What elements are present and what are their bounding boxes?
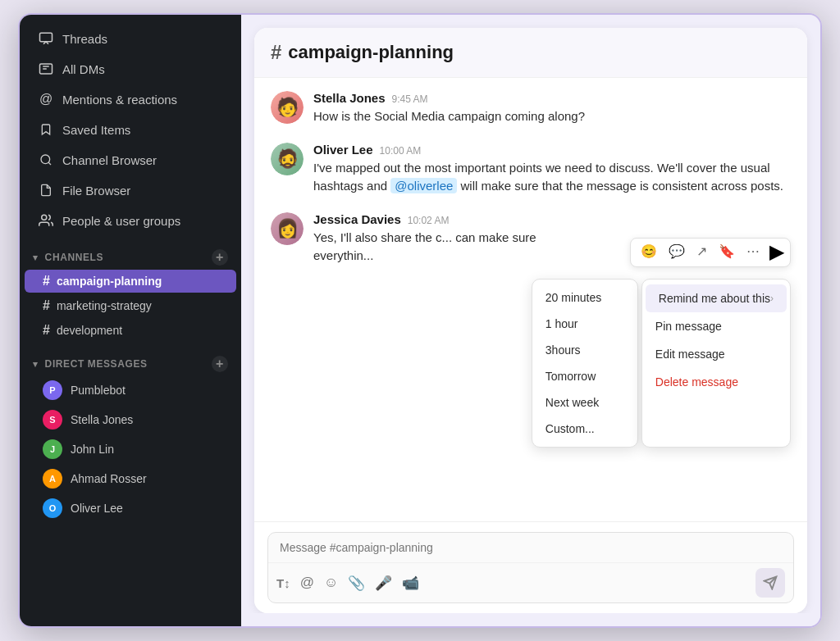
pumblebot-avatar: P	[43, 380, 62, 400]
dm-item-john[interactable]: J John Lin	[25, 435, 236, 463]
time-option-custom[interactable]: Custom...	[532, 416, 637, 442]
jessica-msg-body: Jessica Davies 10:02 AM Yes, I'll also s…	[313, 212, 573, 266]
time-dropdown: 20 minutes 1 hour 3hours Tomorrow Next w…	[532, 279, 638, 448]
attach-icon[interactable]: 📎	[348, 575, 365, 592]
mention-tool-icon[interactable]: @	[300, 575, 314, 591]
dm-ahmad-label: Ahmad Rosser	[71, 472, 147, 485]
delete-message-label: Delete message	[655, 375, 738, 389]
channel-item-development[interactable]: # development	[25, 319, 236, 342]
hash-icon: #	[43, 274, 50, 289]
app-container: Threads All DMs @ Mentions & reactions S…	[18, 13, 822, 628]
dm-item-stella[interactable]: S Stella Jones	[25, 406, 236, 434]
channels-chevron[interactable]: ▾	[33, 252, 39, 263]
text-format-icon[interactable]: T↕	[276, 576, 290, 590]
jessica-msg-avatar: 👩	[271, 212, 304, 245]
message-input[interactable]	[268, 533, 793, 562]
messages-area[interactable]: 🧑 Stella Jones 9:45 AM How is the Social…	[254, 78, 807, 521]
oliver-msg-text: I've mapped out the most important point…	[313, 159, 791, 196]
dm-john-label: John Lin	[71, 443, 114, 456]
main-content: # campaign-planning 🧑 Stella Jones 9:45 …	[241, 15, 820, 626]
channels-header-label: CHANNELS	[45, 252, 103, 263]
chat-area: # campaign-planning 🧑 Stella Jones 9:45 …	[254, 28, 807, 613]
emoji-tool-icon[interactable]: ☺	[324, 575, 338, 591]
oliver-msg-body: Oliver Lee 10:00 AM I've mapped out the …	[313, 143, 791, 196]
mentions-label: Mentions & reactions	[62, 93, 177, 107]
file-browser-icon	[38, 182, 54, 198]
channel-item-campaign-planning[interactable]: # campaign-planning	[25, 270, 236, 293]
channel-name-campaign: campaign-planning	[57, 275, 162, 288]
remind-chevron-icon: ›	[770, 293, 774, 304]
reply-icon[interactable]: 💬	[665, 242, 688, 263]
time-option-1hour[interactable]: 1 hour	[532, 311, 637, 337]
channel-name-development: development	[57, 324, 122, 337]
stella-msg-body: Stella Jones 9:45 AM How is the Social M…	[313, 91, 585, 126]
video-icon[interactable]: 📹	[402, 575, 419, 592]
channel-name-marketing: marketing-strategy	[57, 299, 152, 312]
oliver-msg-time: 10:00 AM	[380, 145, 422, 157]
channel-browser-label: Channel Browser	[62, 153, 157, 167]
bottom-padding	[241, 613, 820, 626]
people-label: People & user groups	[62, 214, 180, 228]
all-dms-icon	[38, 61, 54, 77]
edit-message-label: Edit message	[655, 348, 725, 361]
message-oliver: 🧔 Oliver Lee 10:00 AM I've mapped out th…	[271, 143, 791, 196]
add-dm-button[interactable]: +	[212, 356, 228, 372]
oliver-msg-name: Oliver Lee	[313, 143, 373, 157]
input-tools: T↕ @ ☺ 📎 🎤 📹	[276, 575, 419, 592]
channel-name-heading: campaign-planning	[288, 42, 454, 63]
sidebar-item-threads[interactable]: Threads	[25, 24, 236, 53]
add-channel-button[interactable]: +	[212, 249, 228, 266]
threads-label: Threads	[62, 32, 107, 46]
delete-message-option[interactable]: Delete message	[642, 368, 790, 396]
emoji-reaction-icon[interactable]: 😊	[637, 242, 660, 263]
cursor-indicator: ▶	[769, 242, 783, 263]
dm-chevron[interactable]: ▾	[33, 359, 39, 370]
sidebar-item-all-dms[interactable]: All DMs	[25, 54, 236, 84]
share-icon[interactable]: ↗	[693, 242, 710, 263]
saved-label: Saved Items	[62, 123, 130, 137]
svg-point-3	[42, 215, 47, 220]
dm-item-oliver[interactable]: O Oliver Lee	[25, 494, 236, 522]
channel-header: # campaign-planning	[254, 28, 807, 78]
jessica-msg-text: Yes, I'll also share the c... can make s…	[313, 229, 573, 266]
stella-msg-time: 9:45 AM	[392, 93, 428, 105]
jessica-msg-time: 10:02 AM	[408, 215, 450, 226]
dropdown-container: 20 minutes 1 hour 3hours Tomorrow Next w…	[532, 279, 791, 448]
dm-item-ahmad[interactable]: A Ahmad Rosser	[25, 465, 236, 493]
sidebar-item-saved[interactable]: Saved Items	[25, 115, 236, 144]
pin-message-label: Pin message	[655, 320, 722, 333]
mention-oliverlee: @oliverlee	[390, 178, 457, 193]
sidebar: Threads All DMs @ Mentions & reactions S…	[20, 15, 241, 626]
edit-message-option[interactable]: Edit message	[642, 340, 790, 368]
oliver-avatar: O	[43, 498, 62, 518]
send-button[interactable]	[756, 568, 785, 598]
mic-icon[interactable]: 🎤	[375, 575, 392, 592]
bookmark-icon[interactable]: 🔖	[715, 242, 738, 263]
sidebar-item-mentions[interactable]: @ Mentions & reactions	[25, 84, 236, 114]
people-icon	[38, 212, 54, 229]
sidebar-item-file-browser[interactable]: File Browser	[25, 175, 236, 205]
hash-icon-3: #	[43, 323, 50, 338]
time-option-3hours[interactable]: 3hours	[532, 337, 637, 363]
svg-rect-0	[40, 33, 52, 42]
time-option-next-week[interactable]: Next week	[532, 389, 637, 416]
dm-section-header: ▾ DIRECT MESSAGES +	[20, 348, 241, 375]
threads-icon	[38, 30, 54, 47]
stella-msg-avatar: 🧑	[271, 91, 304, 124]
message-stella: 🧑 Stella Jones 9:45 AM How is the Social…	[271, 91, 791, 126]
hash-icon-2: #	[43, 298, 50, 313]
pin-message-option[interactable]: Pin message	[642, 312, 790, 340]
sidebar-item-channel-browser[interactable]: Channel Browser	[25, 145, 236, 175]
more-actions-icon[interactable]: ⋯	[743, 242, 763, 263]
time-option-tomorrow[interactable]: Tomorrow	[532, 363, 637, 389]
dm-item-pumblebot[interactable]: P Pumblebot	[25, 376, 236, 404]
time-option-20min[interactable]: 20 minutes	[532, 284, 637, 311]
sidebar-item-people[interactable]: People & user groups	[25, 206, 236, 235]
file-browser-label: File Browser	[62, 184, 130, 198]
channel-item-marketing[interactable]: # marketing-strategy	[25, 294, 236, 317]
remind-me-option[interactable]: Remind me about this ›	[646, 284, 787, 312]
dm-pumblebot-label: Pumblebot	[71, 384, 126, 397]
dm-oliver-label: Oliver Lee	[71, 502, 123, 515]
channels-section-header: ▾ CHANNELS +	[20, 241, 241, 269]
input-area: T↕ @ ☺ 📎 🎤 📹	[254, 521, 807, 613]
